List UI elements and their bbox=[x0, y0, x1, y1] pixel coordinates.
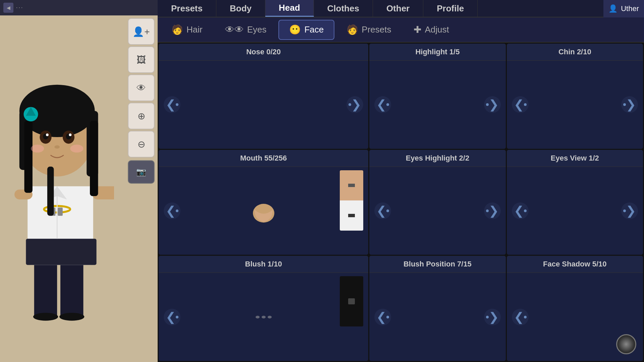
tab-presets[interactable]: Presets bbox=[158, 0, 216, 17]
subtab-hair[interactable]: 🧑 Hair bbox=[161, 20, 213, 40]
bp-left-arrow: ❮ bbox=[376, 310, 386, 324]
mouth-cell: Mouth 55/256 ❮ ❯ bbox=[159, 150, 368, 255]
svg-rect-6 bbox=[26, 239, 96, 265]
bp-right-arrow: ❯ bbox=[489, 310, 499, 324]
mouth-prev-button[interactable]: ❮ bbox=[164, 202, 180, 219]
svg-point-28 bbox=[54, 145, 60, 149]
blush-mark-3 bbox=[268, 316, 272, 318]
ev-left-arrow: ❮ bbox=[514, 204, 524, 218]
svg-point-30 bbox=[70, 145, 83, 153]
bp-right-dot bbox=[486, 316, 489, 318]
mouth-color-swatch[interactable] bbox=[340, 170, 363, 231]
user-badge: 👤 Uther bbox=[603, 0, 644, 17]
sub-navigation: 🧑 Hair 👁👁 Eyes 😶 Face 🧑 Presets ✚ Adjust bbox=[158, 17, 644, 43]
visibility-button[interactable]: 👁 bbox=[128, 74, 155, 101]
eyes-highlight-body: ❮ ❯ bbox=[369, 167, 505, 255]
hair-icon: 🧑 bbox=[171, 24, 183, 35]
zoom-in-icon: ⊕ bbox=[138, 111, 145, 122]
svg-point-24 bbox=[46, 133, 49, 136]
eh-right-arrow: ❯ bbox=[489, 204, 499, 218]
blush-left-dot bbox=[176, 316, 178, 318]
eyes-view-label: Eyes View 1/2 bbox=[507, 150, 643, 167]
highlight-next-button[interactable]: ❯ bbox=[484, 96, 501, 113]
mouth-left-dot bbox=[176, 209, 178, 212]
user-icon: 👤 bbox=[608, 4, 618, 13]
blush-position-preview bbox=[391, 276, 484, 358]
side-toolbar: 👤+ 🖼 👁 ⊕ ⊖ 📷 bbox=[126, 15, 158, 186]
face-shadow-body: ❮ bbox=[507, 273, 643, 361]
character-preview bbox=[0, 15, 124, 330]
chin-prev-button[interactable]: ❮ bbox=[512, 96, 529, 113]
eyes-view-cell: Eyes View 1/2 ❮ ❯ bbox=[507, 150, 643, 255]
blush-color-swatch[interactable] bbox=[340, 276, 363, 326]
swatch-bottom-color bbox=[340, 200, 363, 231]
eyes-view-next-button[interactable]: ❯ bbox=[621, 202, 638, 219]
eye-icon: 👁 bbox=[137, 82, 146, 94]
svg-rect-1 bbox=[60, 258, 83, 317]
subtab-eyes[interactable]: 👁👁 Eyes bbox=[215, 20, 277, 40]
chin-right-arrow: ❯ bbox=[626, 98, 636, 112]
nose-label: Nose 0/20 bbox=[159, 44, 368, 61]
eyes-icon: 👁👁 bbox=[225, 24, 244, 35]
swatch-marker-bottom bbox=[348, 214, 355, 217]
blush-pos-next-button[interactable]: ❯ bbox=[484, 309, 501, 325]
bp-left-dot bbox=[386, 316, 389, 318]
nose-right-arrow: ❯ bbox=[351, 98, 361, 112]
camera-button[interactable]: 📷 bbox=[128, 160, 155, 184]
svg-rect-17 bbox=[24, 121, 32, 193]
adjust-icon: ✚ bbox=[414, 24, 421, 35]
subtab-face[interactable]: 😶 Face bbox=[278, 20, 334, 40]
blush-prev-button[interactable]: ❮ bbox=[164, 309, 180, 325]
nose-left-arrow: ❮ bbox=[166, 98, 176, 112]
swatch-top-color bbox=[340, 170, 363, 200]
nose-prev-button[interactable]: ❮ bbox=[164, 96, 180, 113]
subtab-adjust[interactable]: ✚ Adjust bbox=[403, 20, 459, 40]
mouth-svg bbox=[249, 196, 279, 226]
add-user-icon: 👤+ bbox=[132, 26, 150, 37]
subtab-presets[interactable]: 🧑 Presets bbox=[336, 20, 401, 40]
chin-cell: Chin 2/10 ❮ ❯ bbox=[507, 44, 643, 149]
blush-pos-prev-button[interactable]: ❮ bbox=[374, 309, 391, 325]
chin-next-button[interactable]: ❯ bbox=[621, 96, 638, 113]
face-shadow-label: Face Shadow 5/10 bbox=[507, 256, 643, 273]
eyes-highlight-prev-button[interactable]: ❮ bbox=[374, 202, 391, 219]
eyes-highlight-cell: Eyes Highlight 2/2 ❮ ❯ bbox=[369, 150, 505, 255]
highlight-prev-button[interactable]: ❮ bbox=[374, 96, 391, 113]
blush-label: Blush 1/10 bbox=[159, 256, 368, 273]
zoom-in-button[interactable]: ⊕ bbox=[128, 103, 155, 129]
ev-left-dot bbox=[524, 209, 527, 212]
eyes-highlight-next-button[interactable]: ❯ bbox=[484, 202, 501, 219]
tab-clothes[interactable]: Clothes bbox=[314, 0, 373, 17]
eyes-view-prev-button[interactable]: ❮ bbox=[512, 202, 529, 219]
gallery-button[interactable]: 🖼 bbox=[128, 46, 155, 73]
fs-left-arrow: ❮ bbox=[514, 310, 524, 324]
blush-marks bbox=[256, 316, 272, 318]
tab-head[interactable]: Head bbox=[265, 0, 314, 17]
blush-cell: Blush 1/10 ❮ ❯ bbox=[159, 256, 368, 361]
mouth-label: Mouth 55/256 bbox=[159, 150, 368, 167]
back-icon[interactable]: ◀ bbox=[3, 3, 13, 13]
face-shadow-prev-button[interactable]: ❮ bbox=[512, 309, 529, 325]
top-navigation: Presets Body Head Clothes Other Profile … bbox=[158, 0, 644, 17]
swatch-marker-top bbox=[348, 184, 355, 187]
scroll-indicator[interactable] bbox=[616, 334, 636, 354]
hl-left-dot bbox=[386, 103, 389, 106]
nose-next-button[interactable]: ❯ bbox=[346, 96, 363, 113]
svg-rect-9 bbox=[58, 207, 63, 216]
gallery-icon: 🖼 bbox=[137, 54, 146, 65]
eh-left-dot bbox=[386, 209, 389, 212]
tab-other[interactable]: Other bbox=[373, 0, 423, 17]
blush-swatch-marker bbox=[348, 298, 355, 304]
eh-left-arrow: ❮ bbox=[376, 204, 386, 218]
blush-body: ❮ ❯ bbox=[159, 273, 368, 361]
zoom-out-button[interactable]: ⊖ bbox=[128, 131, 155, 158]
svg-point-2 bbox=[33, 313, 58, 320]
nose-left-dot bbox=[176, 103, 178, 106]
eyes-view-preview bbox=[529, 170, 621, 252]
add-user-button[interactable]: 👤+ bbox=[128, 18, 155, 45]
tab-body[interactable]: Body bbox=[216, 0, 265, 17]
eyes-highlight-preview bbox=[391, 170, 484, 252]
highlight-body: ❮ ❯ bbox=[369, 61, 505, 149]
features-grid: Nose 0/20 ❮ ❯ Highlight 1/5 ❮ bbox=[158, 43, 644, 362]
tab-profile[interactable]: Profile bbox=[423, 0, 478, 17]
